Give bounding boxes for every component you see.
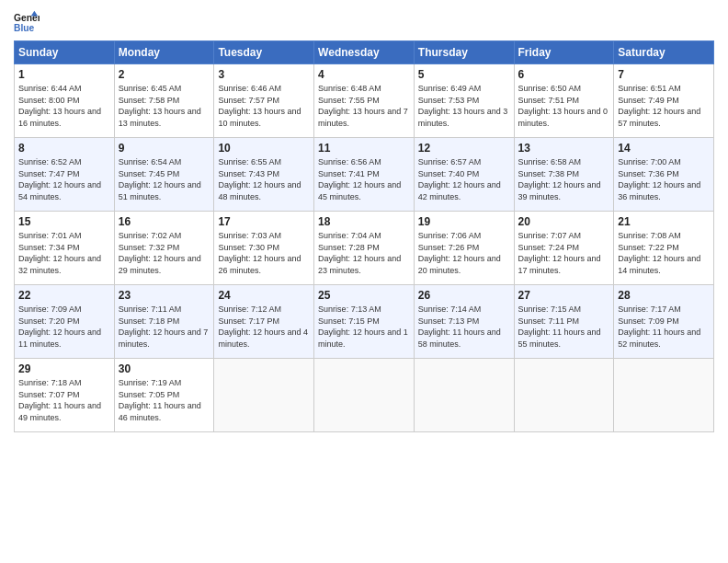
day-number: 22 (18, 289, 110, 302)
day-number: 19 (418, 215, 510, 228)
day-number: 27 (518, 289, 610, 302)
day-info: Sunrise: 7:13 AMSunset: 7:15 PMDaylight:… (318, 304, 410, 350)
day-number: 7 (618, 68, 710, 81)
calendar-cell: 6Sunrise: 6:50 AMSunset: 7:51 PMDaylight… (514, 64, 614, 138)
calendar-cell: 22Sunrise: 7:09 AMSunset: 7:20 PMDayligh… (15, 285, 115, 359)
col-header-monday: Monday (114, 41, 214, 64)
day-info: Sunrise: 6:58 AMSunset: 7:38 PMDaylight:… (518, 156, 610, 202)
day-info: Sunrise: 6:51 AMSunset: 7:49 PMDaylight:… (618, 83, 710, 129)
day-number: 17 (218, 215, 310, 228)
day-number: 9 (119, 142, 210, 155)
day-info: Sunrise: 7:19 AMSunset: 7:05 PMDaylight:… (119, 377, 210, 423)
calendar-cell: 13Sunrise: 6:58 AMSunset: 7:38 PMDayligh… (514, 138, 614, 212)
calendar-cell: 12Sunrise: 6:57 AMSunset: 7:40 PMDayligh… (414, 138, 514, 212)
day-info: Sunrise: 7:12 AMSunset: 7:17 PMDaylight:… (218, 304, 310, 350)
day-number: 23 (119, 289, 210, 302)
calendar-cell: 5Sunrise: 6:49 AMSunset: 7:53 PMDaylight… (414, 64, 514, 138)
day-number: 24 (218, 289, 310, 302)
calendar-cell: 7Sunrise: 6:51 AMSunset: 7:49 PMDaylight… (614, 64, 714, 138)
calendar-cell: 15Sunrise: 7:01 AMSunset: 7:34 PMDayligh… (15, 212, 115, 285)
calendar-cell: 8Sunrise: 6:52 AMSunset: 7:47 PMDaylight… (15, 138, 115, 212)
day-info: Sunrise: 6:57 AMSunset: 7:40 PMDaylight:… (418, 156, 510, 202)
day-info: Sunrise: 7:06 AMSunset: 7:26 PMDaylight:… (418, 230, 510, 276)
col-header-sunday: Sunday (15, 41, 115, 64)
day-info: Sunrise: 7:00 AMSunset: 7:36 PMDaylight:… (618, 156, 710, 202)
logo: General Blue (14, 9, 40, 35)
day-info: Sunrise: 6:56 AMSunset: 7:41 PMDaylight:… (318, 156, 410, 202)
logo-icon: General Blue (14, 9, 40, 35)
calendar-cell: 20Sunrise: 7:07 AMSunset: 7:24 PMDayligh… (514, 212, 614, 285)
day-info: Sunrise: 6:49 AMSunset: 7:53 PMDaylight:… (418, 83, 510, 129)
day-info: Sunrise: 6:55 AMSunset: 7:43 PMDaylight:… (218, 156, 310, 202)
calendar-cell: 9Sunrise: 6:54 AMSunset: 7:45 PMDaylight… (114, 138, 214, 212)
calendar-cell: 17Sunrise: 7:03 AMSunset: 7:30 PMDayligh… (214, 212, 314, 285)
day-number: 13 (518, 142, 610, 155)
day-number: 5 (418, 68, 510, 81)
calendar-cell (314, 359, 415, 432)
day-number: 29 (18, 362, 110, 375)
day-number: 18 (318, 215, 410, 228)
day-number: 26 (418, 289, 510, 302)
calendar-cell: 3Sunrise: 6:46 AMSunset: 7:57 PMDaylight… (214, 64, 314, 138)
header-row: SundayMondayTuesdayWednesdayThursdayFrid… (15, 41, 714, 64)
day-info: Sunrise: 7:17 AMSunset: 7:09 PMDaylight:… (618, 304, 710, 350)
day-number: 25 (318, 289, 410, 302)
day-info: Sunrise: 7:07 AMSunset: 7:24 PMDaylight:… (518, 230, 610, 276)
day-info: Sunrise: 6:54 AMSunset: 7:45 PMDaylight:… (119, 156, 210, 202)
day-number: 10 (218, 142, 310, 155)
day-info: Sunrise: 7:01 AMSunset: 7:34 PMDaylight:… (18, 230, 110, 276)
calendar-cell: 23Sunrise: 7:11 AMSunset: 7:18 PMDayligh… (114, 285, 214, 359)
day-number: 6 (518, 68, 610, 81)
calendar-cell: 26Sunrise: 7:14 AMSunset: 7:13 PMDayligh… (414, 285, 514, 359)
calendar-cell: 27Sunrise: 7:15 AMSunset: 7:11 PMDayligh… (514, 285, 614, 359)
day-info: Sunrise: 6:46 AMSunset: 7:57 PMDaylight:… (218, 83, 310, 129)
calendar-cell: 10Sunrise: 6:55 AMSunset: 7:43 PMDayligh… (214, 138, 314, 212)
calendar-cell: 1Sunrise: 6:44 AMSunset: 8:00 PMDaylight… (15, 64, 115, 138)
header: General Blue (14, 9, 714, 35)
day-number: 14 (618, 142, 710, 155)
day-number: 28 (618, 289, 710, 302)
calendar-cell: 11Sunrise: 6:56 AMSunset: 7:41 PMDayligh… (314, 138, 415, 212)
calendar-cell: 2Sunrise: 6:45 AMSunset: 7:58 PMDaylight… (114, 64, 214, 138)
calendar-table: SundayMondayTuesdayWednesdayThursdayFrid… (14, 40, 714, 432)
col-header-tuesday: Tuesday (214, 41, 314, 64)
calendar-cell: 19Sunrise: 7:06 AMSunset: 7:26 PMDayligh… (414, 212, 514, 285)
svg-text:Blue: Blue (14, 23, 35, 33)
day-number: 12 (418, 142, 510, 155)
calendar-cell: 29Sunrise: 7:18 AMSunset: 7:07 PMDayligh… (15, 359, 115, 432)
calendar-cell: 21Sunrise: 7:08 AMSunset: 7:22 PMDayligh… (614, 212, 714, 285)
calendar-cell: 28Sunrise: 7:17 AMSunset: 7:09 PMDayligh… (614, 285, 714, 359)
day-number: 3 (218, 68, 310, 81)
col-header-wednesday: Wednesday (314, 41, 415, 64)
day-info: Sunrise: 7:08 AMSunset: 7:22 PMDaylight:… (618, 230, 710, 276)
day-info: Sunrise: 7:09 AMSunset: 7:20 PMDaylight:… (18, 304, 110, 350)
calendar-cell (514, 359, 614, 432)
day-number: 30 (119, 362, 210, 375)
day-info: Sunrise: 7:11 AMSunset: 7:18 PMDaylight:… (119, 304, 210, 350)
day-info: Sunrise: 7:04 AMSunset: 7:28 PMDaylight:… (318, 230, 410, 276)
day-info: Sunrise: 6:48 AMSunset: 7:55 PMDaylight:… (318, 83, 410, 129)
day-number: 11 (318, 142, 410, 155)
day-info: Sunrise: 7:14 AMSunset: 7:13 PMDaylight:… (418, 304, 510, 350)
day-number: 2 (119, 68, 210, 81)
calendar-cell (614, 359, 714, 432)
day-number: 8 (18, 142, 110, 155)
day-info: Sunrise: 7:02 AMSunset: 7:32 PMDaylight:… (119, 230, 210, 276)
col-header-saturday: Saturday (614, 41, 714, 64)
day-info: Sunrise: 6:52 AMSunset: 7:47 PMDaylight:… (18, 156, 110, 202)
day-info: Sunrise: 6:45 AMSunset: 7:58 PMDaylight:… (119, 83, 210, 129)
calendar-cell: 30Sunrise: 7:19 AMSunset: 7:05 PMDayligh… (114, 359, 214, 432)
day-number: 15 (18, 215, 110, 228)
calendar-cell: 18Sunrise: 7:04 AMSunset: 7:28 PMDayligh… (314, 212, 415, 285)
col-header-thursday: Thursday (414, 41, 514, 64)
calendar-container: General Blue SundayMondayTuesdayWednesda… (0, 0, 728, 442)
day-info: Sunrise: 6:50 AMSunset: 7:51 PMDaylight:… (518, 83, 610, 129)
day-number: 16 (119, 215, 210, 228)
day-number: 1 (18, 68, 110, 81)
col-header-friday: Friday (514, 41, 614, 64)
day-number: 4 (318, 68, 410, 81)
day-info: Sunrise: 7:03 AMSunset: 7:30 PMDaylight:… (218, 230, 310, 276)
day-info: Sunrise: 6:44 AMSunset: 8:00 PMDaylight:… (18, 83, 110, 129)
day-info: Sunrise: 7:18 AMSunset: 7:07 PMDaylight:… (18, 377, 110, 423)
day-number: 20 (518, 215, 610, 228)
